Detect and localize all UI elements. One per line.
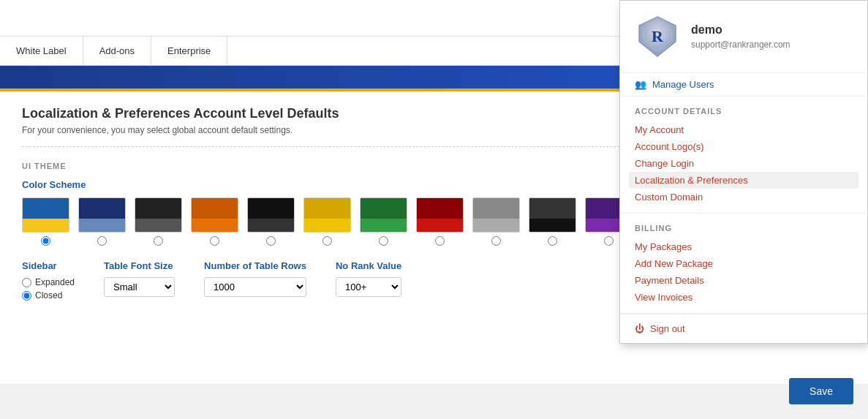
billing-heading: BILLING xyxy=(635,224,853,233)
manage-users-label: Manage Users xyxy=(652,79,714,90)
dropdown-user-header: R demo support@rankranger.com xyxy=(620,1,867,73)
save-btn-container: Save xyxy=(789,378,853,404)
payment-details-link[interactable]: Payment Details xyxy=(635,272,853,289)
table-font-size-select[interactable]: Small Medium Large xyxy=(104,277,175,297)
sign-out-label: Sign out xyxy=(650,323,685,334)
account-details-heading: ACCOUNT DETAILS xyxy=(635,107,853,116)
swatch-radio-7[interactable] xyxy=(416,236,464,246)
manage-users-icon: 👥 xyxy=(635,79,646,90)
no-rank-label: No Rank Value xyxy=(336,260,401,271)
swatch-radio-input-0[interactable] xyxy=(41,236,50,246)
tab-enterprise[interactable]: Enterprise xyxy=(151,37,227,65)
custom-domain-link[interactable]: Custom Domain xyxy=(635,189,853,205)
sidebar-control: Sidebar Expanded Closed xyxy=(22,260,75,301)
color-swatch-7[interactable] xyxy=(416,197,464,233)
swatch-radio-0[interactable] xyxy=(22,236,69,246)
sidebar-closed-radio[interactable] xyxy=(22,291,31,301)
swatch-radio-input-7[interactable] xyxy=(435,236,445,246)
table-font-size-control: Table Font Size Small Medium Large xyxy=(104,260,175,297)
swatch-radio-input-4[interactable] xyxy=(266,236,276,246)
sidebar-expanded-radio[interactable] xyxy=(22,278,31,287)
sidebar-label: Sidebar xyxy=(22,260,75,271)
swatch-radio-input-1[interactable] xyxy=(97,236,107,246)
sidebar-expanded-option[interactable]: Expanded xyxy=(22,277,75,287)
save-button[interactable]: Save xyxy=(789,378,853,404)
account-logo-link[interactable]: Account Logo(s) xyxy=(635,138,853,155)
my-packages-link[interactable]: My Packages xyxy=(635,238,853,255)
swatch-radio-input-3[interactable] xyxy=(210,236,219,246)
account-details-section: ACCOUNT DETAILS My Account Account Logo(… xyxy=(620,97,867,214)
swatch-radio-2[interactable] xyxy=(135,236,182,246)
manage-users-link[interactable]: 👥 Manage Users xyxy=(620,73,867,97)
swatch-radio-3[interactable] xyxy=(191,236,238,246)
swatch-radio-4[interactable] xyxy=(247,236,295,246)
swatch-radio-input-8[interactable] xyxy=(491,236,501,246)
color-swatch-6[interactable] xyxy=(360,197,407,233)
color-swatch-3[interactable] xyxy=(191,197,238,233)
color-swatch-2[interactable] xyxy=(135,197,182,233)
tab-addons[interactable]: Add-ons xyxy=(83,37,151,65)
color-swatch-4[interactable] xyxy=(247,197,295,233)
view-invoices-link[interactable]: View Invoices xyxy=(635,289,853,306)
swatch-radio-6[interactable] xyxy=(360,236,407,246)
user-info: demo support@rankranger.com xyxy=(691,23,790,50)
dropdown-panel: R demo support@rankranger.com 👥 Manage U… xyxy=(619,0,868,344)
color-swatch-0[interactable] xyxy=(22,197,69,233)
my-account-link[interactable]: My Account xyxy=(635,121,853,138)
sidebar-closed-option[interactable]: Closed xyxy=(22,290,75,301)
color-swatch-1[interactable] xyxy=(78,197,126,233)
no-rank-select[interactable]: 100+ 200+ 0 xyxy=(336,277,401,297)
swatch-radio-input-9[interactable] xyxy=(548,236,557,246)
change-login-link[interactable]: Change Login xyxy=(635,155,853,172)
user-avatar: R xyxy=(635,14,680,59)
swatch-radio-9[interactable] xyxy=(529,236,576,246)
swatch-radio-5[interactable] xyxy=(303,236,351,246)
swatch-radio-input-2[interactable] xyxy=(154,236,163,246)
localization-link[interactable]: Localization & Preferences xyxy=(629,172,858,189)
num-rows-select[interactable]: 1000 500 250 100 xyxy=(204,277,306,297)
svg-text:R: R xyxy=(652,27,664,45)
swatch-radio-8[interactable] xyxy=(472,236,520,246)
sidebar-options: Expanded Closed xyxy=(22,277,75,301)
user-email: support@rankranger.com xyxy=(691,39,790,50)
swatch-radio-input-6[interactable] xyxy=(379,236,388,246)
num-rows-control: Number of Table Rows 1000 500 250 100 xyxy=(204,260,306,297)
add-new-package-link[interactable]: Add New Package xyxy=(635,255,853,272)
username: demo xyxy=(691,23,790,37)
no-rank-control: No Rank Value 100+ 200+ 0 xyxy=(336,260,401,297)
tab-white-label[interactable]: White Label xyxy=(0,37,83,65)
num-rows-label: Number of Table Rows xyxy=(204,260,306,271)
swatch-radio-1[interactable] xyxy=(78,236,126,246)
sign-out-icon: ⏻ xyxy=(635,323,644,334)
billing-section: BILLING My Packages Add New Package Paym… xyxy=(620,214,867,314)
color-swatch-5[interactable] xyxy=(303,197,351,233)
table-font-size-label: Table Font Size xyxy=(104,260,175,271)
color-swatch-9[interactable] xyxy=(529,197,576,233)
color-swatch-8[interactable] xyxy=(472,197,520,233)
swatch-radio-input-10[interactable] xyxy=(604,236,614,246)
swatch-radio-input-5[interactable] xyxy=(322,236,332,246)
sign-out-row[interactable]: ⏻ Sign out xyxy=(620,314,867,343)
